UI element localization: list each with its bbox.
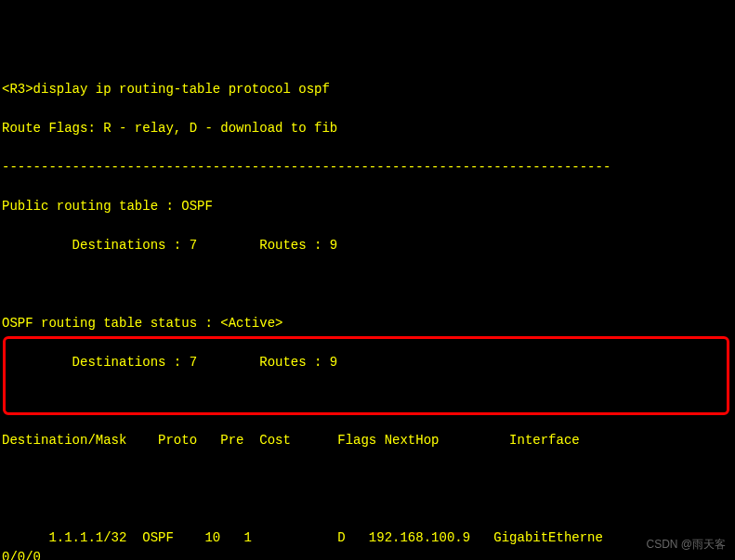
divider: ----------------------------------------… [2,158,733,177]
command-prompt: <R3>display ip routing-table protocol os… [2,80,733,99]
watermark: CSDN @雨天客 [646,536,726,553]
public-table-header: Public routing table : OSPF [2,197,733,216]
column-header: Destination/Mask Proto Pre Cost Flags Ne… [2,431,733,450]
public-destinations: Destinations : 7 Routes : 9 [2,236,733,255]
ospf-destinations: Destinations : 7 Routes : 9 [2,353,733,372]
table-row: 1.1.1.1/32 OSPF 10 1 D 192.168.100.9 Gig… [2,528,733,560]
row-main: 1.1.1.1/32 OSPF 10 1 D 192.168.100.9 Gig… [2,528,733,548]
route-flags: Route Flags: R - relay, D - download to … [2,119,733,138]
row-cont: 0/0/0 [2,548,733,560]
blank [2,392,733,411]
blank [2,470,733,489]
ospf-status: OSPF routing table status : <Active> [2,314,733,333]
blank [2,275,733,294]
